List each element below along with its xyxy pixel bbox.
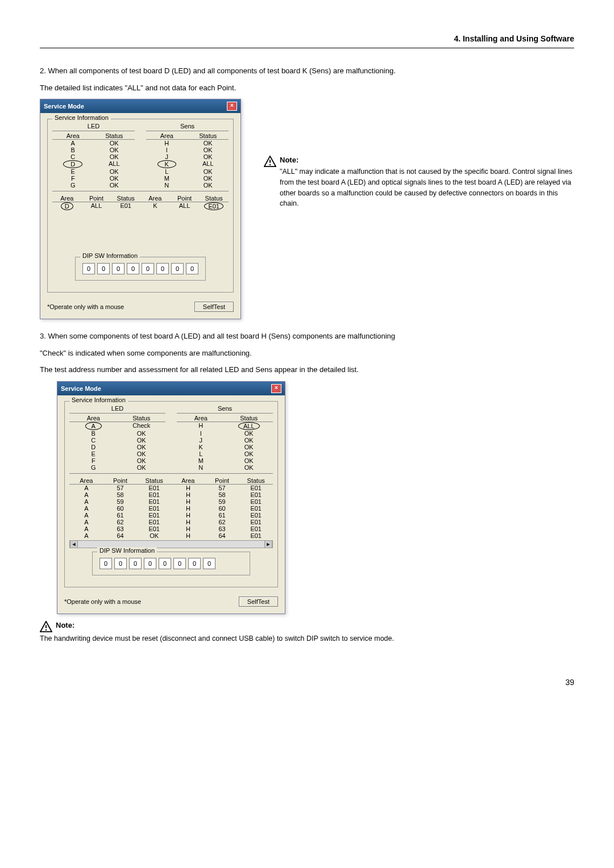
- sens-status: OK: [188, 147, 229, 153]
- sens-area: K: [177, 444, 225, 450]
- page-number: 39: [40, 678, 574, 687]
- led-status: OK: [94, 140, 135, 147]
- warning-icon: [40, 621, 52, 632]
- detail-point: 62: [103, 519, 138, 525]
- detail-point: 59: [103, 498, 138, 505]
- detail-body: D ALL E01 K ALL E01: [52, 202, 229, 253]
- sens-area: J: [146, 153, 188, 160]
- paragraph-1-line-1: 2. When all components of test board D (…: [40, 65, 574, 77]
- detail-point: 64: [103, 532, 138, 539]
- close-icon[interactable]: ×: [271, 384, 281, 393]
- led-area: E: [52, 168, 94, 175]
- sens-area: I: [177, 430, 225, 437]
- detail-point: 57: [103, 485, 138, 491]
- detail-point: 57: [205, 485, 239, 491]
- detail-area: H: [171, 491, 205, 498]
- col-area: Area: [69, 415, 118, 422]
- sens-area: H: [146, 140, 188, 147]
- detail-area: K: [140, 202, 170, 210]
- detail-status: E01: [204, 202, 223, 210]
- col-status: Status: [225, 415, 273, 422]
- sens-table-head: Sens: [146, 123, 229, 131]
- warning-icon: [264, 156, 276, 167]
- detail-status: E01: [137, 485, 171, 491]
- led-status: OK: [94, 175, 135, 182]
- selftest-button[interactable]: SelfTest: [239, 596, 278, 607]
- col-area: Area: [69, 477, 103, 485]
- detail-point: 64: [205, 532, 239, 539]
- led-status: OK: [118, 457, 166, 464]
- detail-area: H: [171, 532, 205, 539]
- led-table: LED Area Status AOK BOK COK DALL EOK FOK…: [52, 123, 135, 189]
- service-mode-dialog-2: Service Mode × Service Information LED A…: [57, 381, 285, 614]
- sens-status: OK: [225, 444, 273, 450]
- dip-value: 0: [99, 558, 112, 569]
- detail-status: E01: [137, 519, 171, 525]
- sens-table-head: Sens: [177, 405, 273, 414]
- dialog-titlebar: Service Mode ×: [40, 99, 240, 113]
- footer-note: *Operate only with a mouse: [64, 598, 141, 605]
- led-status: OK: [94, 168, 135, 175]
- scroll-left-icon[interactable]: ◄: [70, 541, 78, 548]
- selftest-button[interactable]: SelfTest: [194, 302, 234, 312]
- detail-area: A: [69, 485, 103, 491]
- paragraph-2-line-2: "Check" is indicated when some component…: [40, 348, 574, 359]
- dip-value: 0: [129, 558, 142, 569]
- sens-area: L: [146, 168, 188, 175]
- detail-status: E01: [239, 485, 273, 491]
- detail-point: 63: [205, 525, 239, 532]
- led-area: F: [52, 175, 94, 182]
- dip-value: 0: [203, 558, 215, 569]
- note-block-2: Note:: [40, 621, 574, 632]
- sens-area-highlight: K: [157, 160, 176, 168]
- svg-point-1: [269, 164, 271, 165]
- dip-value: 0: [142, 263, 154, 274]
- detail-area: D: [61, 202, 73, 210]
- dip-value: 0: [112, 263, 125, 274]
- detail-header: Area Point Status Area Point Status: [52, 195, 229, 202]
- detail-point: 58: [205, 491, 239, 498]
- col-area: Area: [52, 132, 94, 140]
- dialog-title-text: Service Mode: [44, 103, 84, 110]
- detail-body: A57E01H57E01 A58E01H58E01 A59E01H59E01 A…: [69, 485, 273, 539]
- led-area: G: [52, 182, 94, 189]
- footer-note: *Operate only with a mouse: [47, 303, 124, 310]
- detail-status: E01: [239, 512, 273, 519]
- detail-area: H: [171, 519, 205, 525]
- sens-area: J: [177, 437, 225, 444]
- led-table-head: LED: [52, 123, 135, 131]
- dialog-titlebar: Service Mode ×: [57, 382, 285, 395]
- sens-status: OK: [225, 457, 273, 464]
- led-status-highlight: Check: [118, 422, 166, 430]
- col-point: Point: [103, 477, 138, 485]
- sens-table: Sens Area Status HALL IOK JOK KOK LOK MO…: [177, 405, 273, 471]
- close-icon[interactable]: ×: [227, 102, 237, 111]
- led-status: OK: [94, 182, 135, 189]
- note-title: Note:: [280, 156, 574, 164]
- dip-value: 0: [144, 558, 156, 569]
- detail-status: OK: [137, 532, 171, 539]
- led-area: A: [52, 140, 94, 147]
- sens-status: OK: [188, 153, 229, 160]
- sens-area: L: [177, 450, 225, 457]
- dip-value: 0: [97, 263, 110, 274]
- led-status: OK: [118, 450, 166, 457]
- detail-area: A: [69, 525, 103, 532]
- scroll-right-icon[interactable]: ►: [264, 541, 272, 548]
- service-information-group: Service Information LED Area Status AOK …: [47, 119, 234, 293]
- led-status: OK: [118, 464, 166, 471]
- detail-area: H: [171, 485, 205, 491]
- led-status: OK: [118, 430, 166, 437]
- note-column: Note: "ALL" may indicate a malfunction t…: [264, 99, 574, 209]
- sens-area: N: [177, 464, 225, 471]
- detail-status: E01: [239, 532, 273, 539]
- dip-sw-group: DIP SW Information 0 0 0 0 0 0 0 0: [92, 552, 250, 575]
- led-area-highlight: D: [63, 160, 82, 168]
- section-header: 4. Installing and Using Software: [40, 34, 574, 48]
- sens-status: OK: [188, 168, 229, 175]
- detail-status: E01: [137, 525, 171, 532]
- sens-status: OK: [225, 430, 273, 437]
- dip-sw-group: DIP SW Information 0 0 0 0 0 0 0 0: [75, 257, 206, 281]
- detail-status: E01: [239, 519, 273, 525]
- led-area-highlight: A: [85, 422, 102, 430]
